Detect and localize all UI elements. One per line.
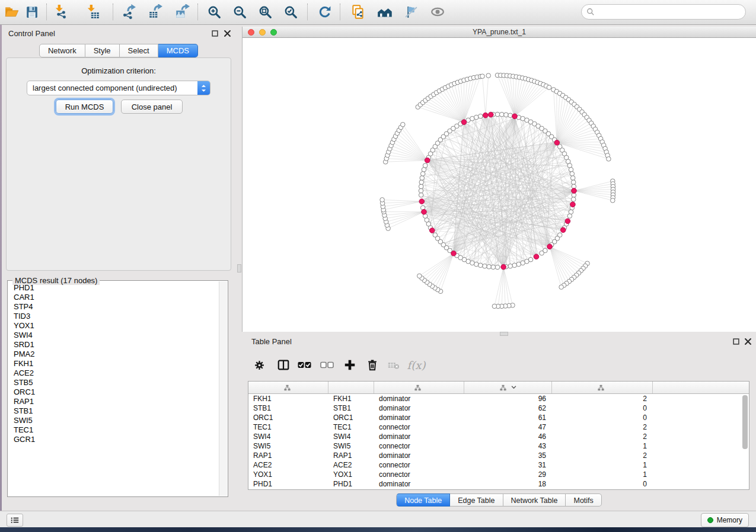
column-header-name[interactable] (328, 382, 374, 393)
control-panel-float-button[interactable] (210, 29, 219, 37)
tab-select[interactable]: Select (120, 44, 158, 57)
export-table-button[interactable] (145, 2, 165, 22)
mcds-result-list[interactable]: PHD1CAR1STP4TID3YOX1SWI4SRD1PMA2FKH1ACE2… (8, 283, 219, 496)
horizontal-splitter-handle[interactable] (500, 332, 508, 336)
list-icon (11, 516, 19, 524)
network-window-titlebar[interactable]: YPA_prune.txt_1 (243, 27, 756, 38)
mcds-result-item[interactable]: FKH1 (8, 359, 219, 368)
mcds-result-item[interactable]: STB5 (8, 378, 219, 387)
cell: STB1 (328, 403, 374, 413)
run-mcds-button[interactable]: Run MCDS (56, 100, 113, 114)
close-icon (224, 30, 231, 37)
toolbar-separator (46, 4, 47, 20)
mcds-result-item[interactable]: YOX1 (8, 321, 219, 331)
window-minimize-traffic-light[interactable] (259, 29, 266, 36)
delete-table-button[interactable] (383, 354, 404, 376)
window-zoom-traffic-light[interactable] (270, 29, 277, 36)
optimization-criterion-select[interactable]: largest connected component (undirected) (27, 81, 210, 95)
table-row-ACE2[interactable]: ACE2ACE2connector311 (248, 460, 749, 470)
tab-motifs[interactable]: Motifs (566, 493, 601, 507)
panel-menu-button[interactable] (7, 514, 23, 527)
tab-node-table[interactable]: Node Table (396, 493, 450, 507)
mcds-result-item[interactable]: STB1 (8, 406, 219, 416)
search-input[interactable] (598, 7, 741, 17)
export-network-button[interactable] (119, 2, 139, 22)
zoom-out-button[interactable] (229, 2, 250, 22)
tab-network-table[interactable]: Network Table (503, 493, 566, 507)
function-builder-button[interactable]: f(x) (406, 354, 427, 376)
table-scrollbar-thumb[interactable] (742, 395, 748, 449)
tab-edge-table[interactable]: Edge Table (450, 493, 503, 507)
control-panel-title: Control Panel (8, 29, 55, 38)
column-header-predecessor-nodes[interactable] (552, 382, 653, 393)
refresh-layout-button[interactable] (314, 2, 334, 22)
zoom-fit-button[interactable] (255, 2, 275, 22)
split-panel-button[interactable] (273, 354, 294, 376)
new-network-from-selection-button[interactable] (348, 2, 368, 22)
table-row-RAP1[interactable]: RAP1RAP1dominator352 (248, 451, 749, 460)
zoom-selected-button[interactable] (280, 2, 301, 22)
deselect-all-button[interactable] (317, 354, 338, 376)
mcds-result-item[interactable]: SRD1 (8, 340, 219, 350)
cell: 47 (464, 422, 552, 432)
cell: dominator (374, 451, 464, 460)
tab-mcds[interactable]: MCDS (158, 44, 198, 57)
search-field[interactable] (581, 4, 746, 20)
mcds-result-item[interactable]: PHD1 (8, 283, 219, 293)
table-panel-float-button[interactable] (732, 337, 740, 345)
mcds-result-item[interactable]: SWI4 (8, 331, 219, 340)
import-table-button[interactable] (82, 2, 103, 22)
zoom-in-button[interactable] (204, 2, 224, 22)
cell: 29 (464, 470, 552, 479)
network-graph-canvas[interactable] (243, 37, 756, 332)
table-row-PHD1[interactable]: PHD1PHD1dominator180 (248, 479, 749, 489)
delete-column-button[interactable] (362, 354, 383, 376)
table-row-FKH1[interactable]: FKH1FKH1dominator962 (248, 394, 749, 403)
table-row-TEC1[interactable]: TEC1TEC1connector472 (248, 422, 749, 432)
table-panel-close-button[interactable] (744, 337, 752, 345)
control-panel-close-button[interactable] (223, 29, 231, 37)
mcds-result-item[interactable]: RAP1 (8, 397, 219, 406)
column-header-MCDS-role[interactable] (374, 382, 464, 393)
mcds-result-item[interactable]: TEC1 (8, 425, 219, 435)
tree-icon (284, 384, 291, 391)
column-header-successor-nodes[interactable] (464, 382, 552, 393)
first-neighbors-button[interactable] (375, 2, 395, 22)
close-panel-button[interactable]: Close panel (121, 100, 183, 114)
mcds-result-item[interactable]: TID3 (8, 312, 219, 321)
table-row-YOX1[interactable]: YOX1YOX1connector291 (248, 470, 749, 479)
toolbar-separator (307, 4, 308, 20)
table-row-SWI4[interactable]: SWI4SWI4dominator462 (248, 432, 749, 441)
mcds-result-item[interactable]: SWI5 (8, 416, 219, 425)
window-close-traffic-light[interactable] (248, 29, 254, 36)
mcds-result-item[interactable]: ORC1 (8, 387, 219, 397)
import-network-button[interactable] (50, 2, 71, 22)
table-row-ORC1[interactable]: ORC1ORC1dominator610 (248, 413, 749, 422)
mcds-result-item[interactable]: CAR1 (8, 293, 219, 302)
column-header-shared-name[interactable] (248, 382, 328, 393)
cell: 2 (552, 394, 653, 403)
add-column-button[interactable] (339, 354, 361, 376)
mcds-result-item[interactable]: PMA2 (8, 350, 219, 359)
mcds-result-item[interactable]: STP4 (8, 302, 219, 312)
memory-button[interactable]: Memory (701, 513, 749, 527)
cell: connector (374, 460, 464, 470)
mcds-result-scrollbar[interactable] (219, 281, 227, 496)
tab-network[interactable]: Network (39, 44, 85, 57)
cell: connector (374, 470, 464, 479)
save-session-button[interactable] (21, 2, 42, 22)
table-settings-button[interactable] (248, 354, 270, 376)
trash-icon (366, 358, 379, 371)
open-session-button[interactable] (2, 2, 22, 22)
select-all-button[interactable] (294, 354, 315, 376)
show-all-button[interactable] (428, 2, 448, 22)
hide-selected-button[interactable] (401, 2, 421, 22)
mcds-result-item[interactable]: ACE2 (8, 368, 219, 378)
table-row-SWI5[interactable]: SWI5SWI5connector431 (248, 441, 749, 451)
vertical-splitter-handle[interactable] (237, 264, 241, 273)
tab-style[interactable]: Style (85, 44, 120, 57)
mcds-result-item[interactable]: GCR1 (8, 435, 219, 444)
export-image-button[interactable] (172, 2, 192, 22)
cell: ORC1 (328, 413, 374, 422)
table-row-STB1[interactable]: STB1STB1dominator620 (248, 403, 749, 413)
